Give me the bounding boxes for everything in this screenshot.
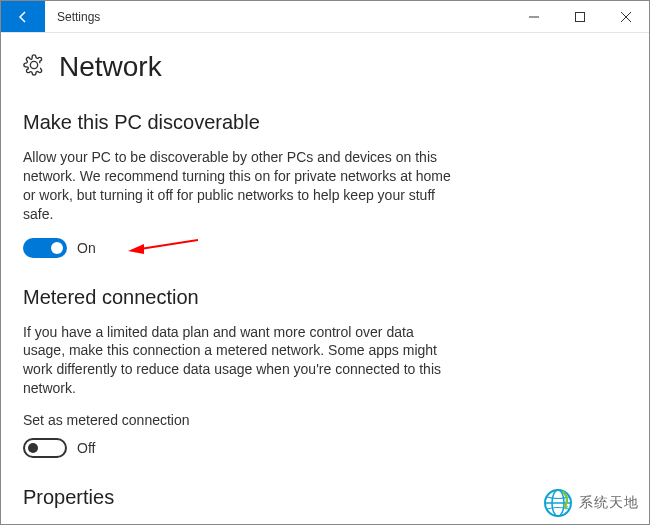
- metered-title: Metered connection: [23, 286, 627, 309]
- properties-title: Properties: [23, 486, 627, 509]
- svg-marker-5: [128, 244, 144, 254]
- section-metered: Metered connection If you have a limited…: [23, 286, 627, 459]
- maximize-icon: [575, 12, 585, 22]
- discoverable-desc: Allow your PC to be discoverable by othe…: [23, 148, 453, 224]
- discoverable-toggle[interactable]: [23, 238, 67, 258]
- close-button[interactable]: [603, 1, 649, 32]
- globe-icon: [543, 488, 573, 518]
- minimize-button[interactable]: [511, 1, 557, 32]
- window-title: Settings: [45, 1, 511, 32]
- window-controls: [511, 1, 649, 32]
- arrow-left-icon: [15, 9, 31, 25]
- close-icon: [621, 12, 631, 22]
- back-button[interactable]: [1, 1, 45, 32]
- metered-desc: If you have a limited data plan and want…: [23, 323, 453, 399]
- metered-toggle[interactable]: [23, 438, 67, 458]
- metered-field-label: Set as metered connection: [23, 412, 627, 428]
- gear-icon: [23, 54, 45, 80]
- discoverable-toggle-label: On: [77, 240, 96, 256]
- svg-line-4: [140, 240, 198, 249]
- titlebar: Settings: [1, 1, 649, 33]
- page-title: Network: [59, 51, 162, 83]
- section-discoverable: Make this PC discoverable Allow your PC …: [23, 111, 627, 258]
- watermark: 系统天地: [543, 488, 639, 518]
- toggle-knob: [51, 242, 63, 254]
- svg-rect-1: [576, 12, 585, 21]
- page-header: Network: [23, 51, 627, 83]
- content-area: Network Make this PC discoverable Allow …: [1, 33, 649, 509]
- discoverable-toggle-row: On: [23, 238, 627, 258]
- section-properties: Properties: [23, 486, 627, 509]
- metered-toggle-label: Off: [77, 440, 95, 456]
- discoverable-title: Make this PC discoverable: [23, 111, 627, 134]
- annotation-arrow: [128, 236, 198, 260]
- metered-toggle-row: Off: [23, 438, 627, 458]
- watermark-text: 系统天地: [579, 494, 639, 512]
- maximize-button[interactable]: [557, 1, 603, 32]
- toggle-knob: [28, 443, 38, 453]
- minimize-icon: [529, 12, 539, 22]
